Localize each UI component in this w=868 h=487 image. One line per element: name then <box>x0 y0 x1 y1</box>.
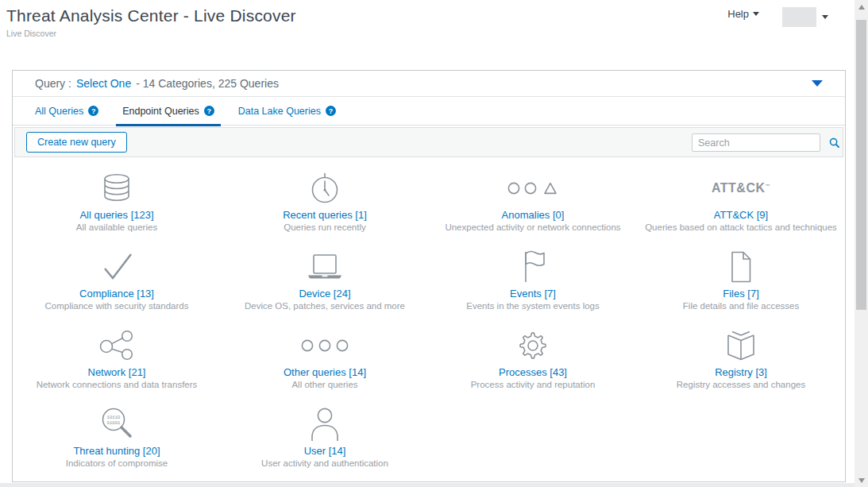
query-panel: Query : Select One - 14 Categories, 225 … <box>12 70 846 482</box>
horizontal-scrollbar[interactable] <box>0 483 854 487</box>
category-description: Compliance with security standards <box>13 301 221 311</box>
category-description: All other queries <box>221 380 429 389</box>
chevron-down-icon[interactable] <box>822 15 828 19</box>
category-card-device[interactable]: Device [24]Device OS, patches, services … <box>221 242 429 321</box>
category-card-all-queries[interactable]: All queries [123]All available queries <box>13 164 221 242</box>
avatar[interactable] <box>782 7 816 27</box>
category-link-registry[interactable]: Registry [3] <box>637 366 845 378</box>
category-description: All available queries <box>13 222 221 232</box>
question-icon[interactable]: ? <box>326 106 336 116</box>
category-card-att-ck[interactable]: ATT&CK™ATT&CK [9]Queries based on attack… <box>637 164 845 242</box>
checkmark-icon <box>13 249 221 285</box>
file-icon <box>637 249 845 285</box>
category-link-att-ck[interactable]: ATT&CK [9] <box>637 209 845 221</box>
category-description: Registry accesses and changes <box>637 380 845 389</box>
question-icon[interactable]: ? <box>204 106 214 116</box>
category-description: Unexpected activity or network connectio… <box>429 222 637 232</box>
query-bar[interactable]: Query : Select One - 14 Categories, 225 … <box>13 71 845 97</box>
category-link-processes[interactable]: Processes [43] <box>429 366 637 378</box>
category-description: Queries run recently <box>221 222 429 232</box>
category-description: Device OS, patches, services and more <box>221 301 429 311</box>
category-description: Indicators of compromise <box>13 458 221 468</box>
category-link-device[interactable]: Device [24] <box>221 288 429 300</box>
query-label: Query : <box>35 77 71 90</box>
category-card-other-queries[interactable]: Other queries [14]All other queries <box>221 321 429 400</box>
search-box <box>692 133 820 152</box>
tab-label: All Queries <box>35 106 83 117</box>
category-card-recent-queries[interactable]: Recent queries [1]Queries run recently <box>221 164 429 242</box>
category-card-network[interactable]: Network [21]Network connections and data… <box>13 321 221 400</box>
toolbar: Create new query <box>14 127 843 157</box>
query-select-link[interactable]: Select One <box>76 77 131 90</box>
category-link-events[interactable]: Events [7] <box>429 288 637 300</box>
tab-all-queries[interactable]: All Queries? <box>35 97 98 126</box>
network-nodes-icon <box>13 327 221 364</box>
category-link-anomalies[interactable]: Anomalies [0] <box>429 209 637 221</box>
category-description: User activity and authentication <box>221 458 429 468</box>
scroll-up-arrow[interactable] <box>854 0 868 14</box>
category-link-network[interactable]: Network [21] <box>13 366 221 378</box>
attack-wordmark-icon: ATT&CK™ <box>637 170 845 207</box>
chevron-down-icon <box>753 12 759 16</box>
app-window: Threat Analysis Center - Live Discover L… <box>0 0 868 487</box>
category-link-other-queries[interactable]: Other queries [14] <box>221 366 429 378</box>
tab-label: Endpoint Queries <box>122 106 199 117</box>
category-card-processes[interactable]: Processes [43]Process activity and reput… <box>429 321 637 400</box>
category-description: Events in the system events logs <box>429 301 637 311</box>
svg-text:10110: 10110 <box>107 415 121 420</box>
tab-data-lake-queries[interactable]: Data Lake Queries? <box>238 97 336 126</box>
magnifier-binary-icon: 10110 01001 <box>13 406 221 443</box>
gear-icon <box>429 327 637 364</box>
category-description: Process activity and reputation <box>429 380 637 389</box>
category-link-all-queries[interactable]: All queries [123] <box>13 209 221 221</box>
chevron-down-icon[interactable] <box>812 80 823 87</box>
category-link-threat-hunting[interactable]: Threat hunting [20] <box>13 445 221 457</box>
help-label: Help <box>727 8 749 20</box>
scrollbar-thumb[interactable] <box>856 20 866 310</box>
category-link-user[interactable]: User [14] <box>221 445 429 457</box>
category-description: Network connections and data transfers <box>13 380 221 389</box>
page-header: Threat Analysis Center - Live Discover L… <box>0 0 854 48</box>
tab-endpoint-queries[interactable]: Endpoint Queries? <box>122 97 214 126</box>
anomalies-shapes-icon <box>429 170 637 207</box>
create-new-query-button[interactable]: Create new query <box>26 132 127 153</box>
category-card-user[interactable]: User [14]User activity and authenticatio… <box>221 400 429 478</box>
category-description: Queries based on attack tactics and tech… <box>637 222 845 232</box>
scroll-down-arrow[interactable] <box>854 473 868 487</box>
category-card-files[interactable]: Files [7]File details and file accesses <box>637 242 845 321</box>
open-book-icon <box>637 327 845 364</box>
clock-icon <box>221 170 429 207</box>
category-card-registry[interactable]: Registry [3]Registry accesses and change… <box>637 321 845 400</box>
question-icon[interactable]: ? <box>88 106 98 116</box>
category-card-threat-hunting[interactable]: 10110 01001 Threat hunting [20]Indicator… <box>13 400 221 478</box>
svg-text:01001: 01001 <box>107 420 121 426</box>
category-card-anomalies[interactable]: Anomalies [0]Unexpected activity or netw… <box>429 164 637 242</box>
laptop-icon <box>221 249 429 285</box>
three-circles-icon <box>221 327 429 364</box>
tab-label: Data Lake Queries <box>238 106 321 117</box>
person-icon <box>221 406 429 443</box>
flag-icon <box>429 249 637 285</box>
help-menu[interactable]: Help <box>727 8 759 20</box>
vertical-scrollbar[interactable] <box>854 0 868 487</box>
category-description: File details and file accesses <box>637 301 845 311</box>
category-grid: All queries [123]All available queries R… <box>13 159 845 478</box>
category-link-files[interactable]: Files [7] <box>637 288 845 300</box>
category-link-compliance[interactable]: Compliance [13] <box>13 288 221 300</box>
breadcrumb: Live Discover <box>6 29 56 38</box>
category-card-events[interactable]: Events [7]Events in the system events lo… <box>429 242 637 321</box>
search-input[interactable] <box>692 137 829 149</box>
tabs: All Queries?Endpoint Queries?Data Lake Q… <box>13 97 845 126</box>
database-icon <box>13 170 221 207</box>
category-link-recent-queries[interactable]: Recent queries [1] <box>221 209 429 221</box>
search-icon[interactable] <box>829 137 840 149</box>
query-summary: - 14 Categories, 225 Queries <box>136 77 279 90</box>
category-card-compliance[interactable]: Compliance [13]Compliance with security … <box>13 242 221 321</box>
page-title: Threat Analysis Center - Live Discover <box>6 6 296 25</box>
